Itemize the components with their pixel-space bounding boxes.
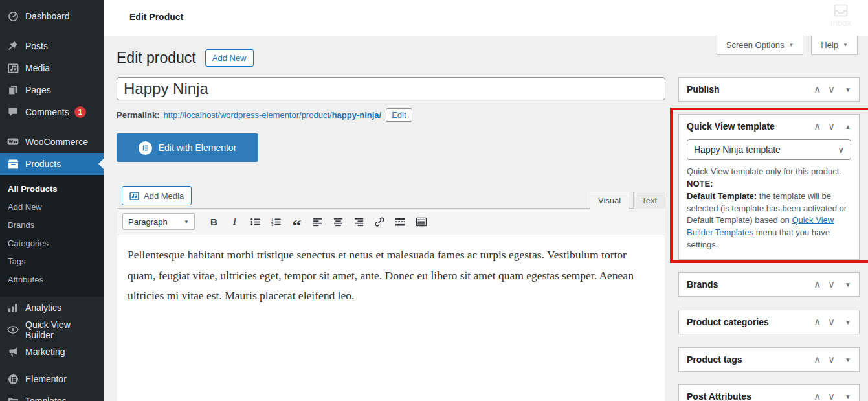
add-media-button[interactable]: Add Media — [122, 186, 192, 205]
move-down-icon[interactable]: ∨ — [828, 84, 835, 95]
template-select[interactable]: Happy Ninja template ∨ — [687, 139, 851, 160]
move-down-icon[interactable]: ∨ — [828, 120, 835, 132]
blockquote-button[interactable]: “ — [288, 214, 306, 229]
product-categories-panel-header[interactable]: Product categories ∧∨ ▼ — [679, 310, 859, 334]
move-down-icon[interactable]: ∨ — [828, 391, 835, 401]
sidebar-item-dashboard[interactable]: Dashboard — [0, 5, 104, 27]
move-up-icon[interactable]: ∧ — [814, 84, 821, 95]
topbar: Edit Product Inbox — [104, 0, 868, 36]
sidebar-item-media[interactable]: Media — [0, 57, 104, 79]
panel-order-buttons: ∧∨ — [814, 120, 835, 132]
brands-panel-header[interactable]: Brands ∧∨ ▼ — [679, 273, 859, 296]
numbered-list-button[interactable]: 123 — [267, 214, 285, 229]
sidebar-item-elementor[interactable]: Elementor — [0, 368, 104, 390]
editor-content[interactable]: Pellentesque habitant morbi tristique se… — [117, 235, 665, 316]
collapse-toggle-icon[interactable]: ▼ — [845, 281, 851, 288]
align-center-button[interactable] — [329, 214, 347, 229]
bulleted-list-button[interactable] — [247, 214, 264, 229]
sidebar-item-products[interactable]: Products — [0, 153, 104, 175]
bold-button[interactable]: B — [205, 214, 223, 229]
move-up-icon[interactable]: ∧ — [814, 316, 821, 328]
menu-separator — [0, 363, 104, 368]
move-down-icon[interactable]: ∨ — [828, 316, 835, 328]
tab-text[interactable]: Text — [633, 192, 665, 209]
submenu-item-add-new[interactable]: Add New — [0, 198, 104, 216]
elementor-icon — [6, 372, 19, 385]
read-more-tag-button[interactable] — [392, 214, 409, 229]
sidebar-item-comments[interactable]: Comments 1 — [0, 101, 104, 123]
svg-text:3: 3 — [271, 222, 273, 226]
paragraph-format-select[interactable]: Paragraph ▼ — [122, 213, 195, 230]
sidebar-item-woocommerce[interactable]: WooCommerce — [0, 131, 104, 153]
menu-separator — [0, 27, 104, 35]
submenu-item-brands[interactable]: Brands — [0, 216, 104, 235]
tab-visual[interactable]: Visual — [590, 192, 629, 209]
megaphone-icon — [6, 345, 19, 358]
collapse-toggle-icon[interactable]: ▼ — [845, 86, 851, 93]
submenu-item-attributes[interactable]: Attributes — [0, 271, 104, 289]
link-button[interactable] — [371, 214, 388, 229]
panel-order-buttons: ∧∨ — [814, 84, 835, 95]
italic-button[interactable]: I — [226, 214, 243, 229]
publish-panel-header[interactable]: Publish ∧∨ ▼ — [679, 78, 859, 101]
collapse-toggle-icon[interactable]: ▼ — [845, 319, 851, 326]
align-left-button[interactable] — [309, 214, 326, 229]
sidebar-item-posts[interactable]: Posts — [0, 35, 104, 57]
toolbar-toggle-button[interactable] — [412, 214, 430, 229]
sidebar-item-label: Templates — [25, 396, 67, 401]
sidebar-item-label: Elementor — [25, 374, 67, 384]
template-select-value: Happy Ninja template — [694, 144, 781, 155]
sidebar-item-marketing[interactable]: Marketing — [0, 341, 104, 363]
folder-icon — [6, 395, 19, 401]
add-media-label: Add Media — [144, 191, 184, 201]
align-right-button[interactable] — [350, 214, 368, 229]
media-icon — [129, 191, 139, 201]
pin-icon — [6, 40, 19, 52]
permalink-row: Permalink: http://localhost/wordpress-el… — [117, 108, 412, 122]
submenu-item-all-products[interactable]: All Products — [0, 180, 104, 198]
sidebar-item-label: Dashboard — [25, 11, 70, 21]
move-up-icon[interactable]: ∧ — [814, 354, 821, 365]
move-up-icon[interactable]: ∧ — [814, 120, 821, 132]
sidebar-item-label: Analytics — [25, 303, 61, 313]
sidebar-item-label: Posts — [25, 41, 48, 51]
product-title-input[interactable] — [117, 77, 665, 100]
sidebar-item-label: Pages — [25, 85, 51, 95]
permalink-link[interactable]: http://localhost/wordpress-elementor/pro… — [163, 110, 381, 120]
panel-title: Publish — [687, 84, 814, 95]
panel-order-buttons: ∧∨ — [814, 354, 835, 365]
screen-options-button[interactable]: Screen Options ▼ — [717, 36, 804, 55]
sidebar-item-label: Quick View Builder — [25, 319, 97, 340]
inbox-widget[interactable]: Inbox — [825, 4, 856, 28]
sidebar-item-analytics[interactable]: Analytics — [0, 297, 104, 319]
help-label: Help — [821, 40, 838, 50]
content-editor: Add Media Visual Text Paragraph ▼ B I — [117, 183, 665, 401]
sidebar-item-pages[interactable]: Pages — [0, 79, 104, 101]
post-attributes-panel-header[interactable]: Post Attributes ∧∨ ▼ — [679, 385, 859, 401]
submenu-item-categories[interactable]: Categories — [0, 235, 104, 253]
product-tags-panel-header[interactable]: Product tags ∧∨ ▼ — [679, 348, 859, 371]
permalink-edit-button[interactable]: Edit — [386, 108, 412, 122]
edit-with-elementor-button[interactable]: Edit with Elementor — [117, 133, 258, 162]
sidebar-item-quick-view-builder[interactable]: Quick View Builder — [0, 319, 104, 341]
move-up-icon[interactable]: ∧ — [814, 279, 821, 290]
move-up-icon[interactable]: ∧ — [814, 391, 821, 401]
panel-title: Product categories — [687, 317, 814, 327]
add-new-button[interactable]: Add New — [205, 49, 254, 67]
template-description: Quick View template only for this produc… — [687, 166, 851, 251]
sidebar-item-templates[interactable]: Templates — [0, 390, 104, 401]
help-button[interactable]: Help ▼ — [811, 36, 858, 55]
move-down-icon[interactable]: ∨ — [828, 279, 835, 290]
panel-title: Product tags — [687, 354, 814, 365]
move-down-icon[interactable]: ∨ — [828, 354, 835, 365]
comment-icon — [6, 106, 19, 119]
elementor-logo-icon — [139, 141, 152, 155]
editor-tools-row: Add Media Visual Text — [117, 183, 665, 208]
collapse-toggle-icon[interactable]: ▼ — [845, 356, 851, 363]
submenu-item-tags[interactable]: Tags — [0, 253, 104, 271]
collapse-toggle-icon[interactable]: ▼ — [845, 393, 851, 400]
panel-order-buttons: ∧∨ — [814, 279, 835, 290]
collapse-toggle-icon[interactable]: ▲ — [845, 123, 851, 130]
quick-view-panel-header[interactable]: Quick View template ∧∨ ▲ — [679, 115, 859, 138]
page-title: Edit product — [117, 49, 196, 67]
